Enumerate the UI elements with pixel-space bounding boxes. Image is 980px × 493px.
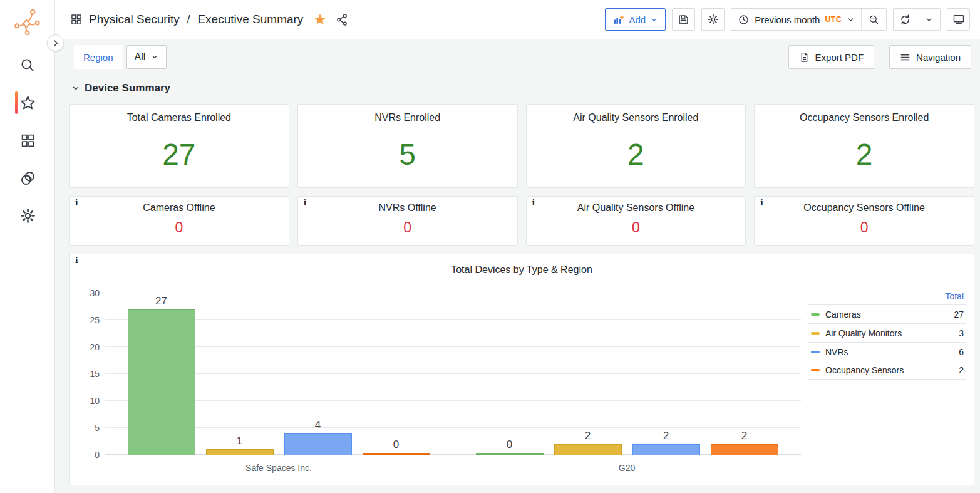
clock-icon (738, 14, 750, 26)
bar[interactable] (711, 444, 778, 455)
navigation-button[interactable]: Navigation (889, 45, 971, 69)
stat-panel: Air Quality Sensors Enrolled2 (526, 104, 746, 188)
panel-info-icon[interactable] (304, 199, 307, 207)
chevron-down-icon (151, 53, 158, 61)
sidebar-item-dashboards[interactable] (0, 127, 55, 154)
breadcrumb-page[interactable]: Executive Summary (197, 13, 303, 26)
bar-chart-plot: 051015202530271400222 (105, 293, 801, 455)
bar-value-label: 0 (363, 439, 430, 451)
legend-row[interactable]: Air Quality Monitors3 (808, 323, 966, 342)
refresh-button-group (893, 8, 941, 31)
bar-value-label: 2 (554, 430, 622, 442)
chart-body: 051015202530271400222 Safe Spaces Inc.G2… (77, 293, 966, 473)
chevron-down-icon (847, 16, 855, 24)
legend-series-total: 2 (959, 365, 964, 375)
x-axis-labels: Safe Spaces Inc.G20 (105, 463, 801, 473)
share-icon[interactable] (336, 13, 349, 26)
legend-row[interactable]: Cameras27 (808, 304, 966, 323)
bar[interactable] (206, 449, 274, 455)
stat-panel-title: Occupancy Sensors Offline (803, 202, 925, 214)
org-logo[interactable] (0, 0, 55, 41)
stat-panel: Cameras Offline0 (69, 196, 289, 246)
x-axis-category-label: G20 (453, 463, 801, 473)
dashboard-settings-button[interactable] (701, 8, 725, 31)
bar-slot: 27 (128, 309, 195, 455)
save-dashboard-button[interactable] (672, 8, 695, 31)
y-axis-tick-label: 15 (77, 369, 100, 379)
chevron-down-icon (925, 16, 933, 24)
bar-slot: 2 (632, 444, 700, 455)
refresh-button[interactable] (894, 9, 917, 30)
region-variable-value[interactable]: All (126, 45, 167, 69)
panel-info-icon[interactable] (75, 199, 78, 207)
kiosk-mode-button[interactable] (947, 8, 970, 31)
legend-series-total: 6 (959, 347, 964, 357)
bar-value-label: 4 (284, 419, 352, 432)
bar[interactable] (128, 309, 195, 455)
connections-icon (19, 170, 36, 187)
bar[interactable] (632, 444, 700, 455)
kiosk-monitor-icon (952, 13, 965, 26)
region-variable-selected: All (135, 51, 146, 63)
dashboard-controls-row: Region All Export PDF Navigation (55, 39, 980, 69)
bar-groups: 271400222 (105, 293, 801, 455)
panel-info-icon[interactable] (532, 199, 535, 207)
star-icon (19, 95, 36, 112)
y-axis-tick-label: 5 (77, 423, 100, 433)
favorite-star-icon[interactable] (313, 13, 327, 26)
stat-panel: Air Quality Sensors Offline0 (526, 196, 746, 246)
sidebar-item-settings[interactable] (0, 202, 55, 229)
export-pdf-button[interactable]: Export PDF (788, 45, 875, 69)
bar-value-label: 2 (632, 430, 700, 442)
stat-row-offline: Cameras Offline0NVRs Offline0Air Quality… (69, 188, 974, 246)
legend-rows: Cameras27Air Quality Monitors3NVRs6Occup… (808, 304, 966, 380)
stat-panel-title: Occupancy Sensors Enrolled (800, 112, 929, 123)
bar[interactable] (476, 453, 544, 455)
legend-series-name: Air Quality Monitors (825, 328, 902, 338)
sidebar-expand-button[interactable] (47, 34, 64, 51)
sidebar (0, 0, 55, 493)
time-range-label: Previous month (755, 14, 820, 25)
sidebar-item-starred[interactable] (0, 89, 55, 117)
bar[interactable] (363, 453, 430, 455)
apps-grid-icon (20, 133, 36, 148)
legend-row[interactable]: NVRs6 (808, 342, 966, 361)
legend-series-name: Occupancy Sensors (825, 365, 904, 375)
search-icon (19, 57, 36, 73)
stat-panel-title: Air Quality Sensors Enrolled (573, 112, 698, 123)
row-device-summary[interactable]: Device Summary (71, 82, 974, 95)
legend-total-header[interactable]: Total (808, 288, 966, 304)
y-axis-tick-label: 30 (77, 288, 100, 298)
chevron-down-icon (650, 16, 658, 24)
region-variable-label[interactable]: Region (74, 45, 123, 69)
plot-column: 051015202530271400222 Safe Spaces Inc.G2… (77, 293, 803, 473)
bar[interactable] (554, 444, 622, 455)
refresh-interval-dropdown[interactable] (917, 9, 940, 30)
bar[interactable] (284, 433, 352, 455)
add-button[interactable]: Add (605, 8, 666, 31)
sidebar-item-search[interactable] (0, 51, 55, 79)
document-icon (799, 52, 810, 63)
navigation-label: Navigation (916, 52, 961, 63)
stat-panel-title: Air Quality Sensors Offline (577, 202, 694, 214)
panel-info-icon[interactable] (760, 199, 763, 207)
breadcrumb-dashboard[interactable]: Physical Security (89, 13, 180, 26)
chart-title[interactable]: Total Devices by Type & Region (77, 264, 966, 276)
stat-panel-value: 5 (399, 140, 416, 170)
sidebar-item-connections[interactable] (0, 164, 55, 192)
stat-panel: Occupancy Sensors Enrolled2 (754, 104, 974, 188)
top-navigation-bar: Physical Security / Executive Summary (55, 0, 980, 39)
zoom-out-time-button[interactable] (862, 9, 886, 30)
bar-slot: 4 (284, 433, 352, 455)
time-range-picker[interactable]: Previous month UTC (731, 9, 861, 30)
stat-panel-title: Cameras Offline (143, 202, 215, 214)
bar-value-label: 0 (476, 439, 544, 451)
legend-row[interactable]: Occupancy Sensors2 (808, 361, 966, 380)
stat-panel-value: 27 (162, 140, 195, 170)
breadcrumb-separator: / (186, 13, 192, 26)
stat-panel-value: 2 (627, 140, 644, 170)
chart-panel: Total Devices by Type & Region 051015202… (69, 254, 974, 485)
panel-info-icon[interactable] (75, 256, 78, 265)
stat-panel-title: NVRs Offline (379, 202, 436, 214)
legend-series-color (811, 332, 820, 335)
